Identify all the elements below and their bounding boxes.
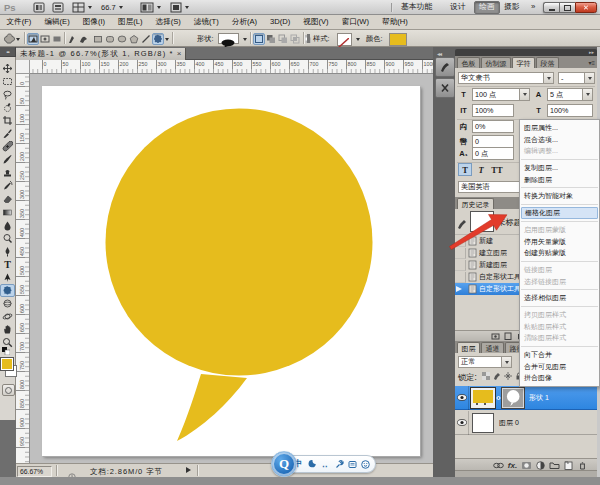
font-family-dropdown-icon[interactable] xyxy=(543,72,554,84)
new-layer-icon[interactable] xyxy=(562,460,575,471)
context-menu-item[interactable]: 栅格化图层 xyxy=(521,207,598,219)
panel-resize-strip[interactable] xyxy=(455,470,597,477)
shape-fill-thumbnail[interactable] xyxy=(471,388,495,408)
shape-preview-swatch[interactable] xyxy=(218,33,239,44)
no-style-swatch[interactable] xyxy=(337,33,352,46)
leading-field[interactable]: 5 点 xyxy=(547,88,583,101)
menu-item[interactable]: 图像(I) xyxy=(76,15,111,29)
freeform-pen-button[interactable] xyxy=(78,33,90,45)
foreground-color-swatch[interactable] xyxy=(1,358,13,370)
context-menu-item[interactable]: 向下合并 xyxy=(520,349,599,361)
shape-tool[interactable] xyxy=(0,284,15,297)
ime-logo[interactable]: Q xyxy=(271,451,297,477)
ime-punctuation-icon[interactable]: ‥ xyxy=(322,459,328,469)
ime-keyboard-icon[interactable] xyxy=(348,459,357,469)
context-menu-item[interactable]: 选择链接图层 xyxy=(520,276,599,288)
panel-menu-icon[interactable]: ▾≡ xyxy=(588,59,595,66)
status-zoom-field[interactable]: 66.67% xyxy=(17,466,52,477)
history-source-checkbox[interactable] xyxy=(455,284,466,295)
history-brush-source-icon[interactable] xyxy=(457,215,467,233)
context-menu-item[interactable]: 编辑调整... xyxy=(520,145,599,157)
link-layers-icon[interactable] xyxy=(492,460,505,471)
blend-mode-field[interactable]: 正常 xyxy=(458,356,502,368)
style-swatch-caret[interactable] xyxy=(356,38,360,41)
menu-item[interactable]: 编辑(E) xyxy=(38,15,76,29)
speech-bubble-shape[interactable] xyxy=(42,86,420,456)
restore-button[interactable] xyxy=(559,2,575,13)
context-menu-item[interactable]: 转换为智能对象 xyxy=(520,190,599,202)
document-tab[interactable]: 未标题-1 @ 66.7%(形状 1, RGB/8) * × xyxy=(16,48,186,60)
lock-position-icon[interactable] xyxy=(503,371,512,380)
ime-settings-icon[interactable] xyxy=(335,459,344,469)
context-menu-item[interactable]: 删除图层 xyxy=(520,174,599,186)
layer-row-background[interactable]: 图层 0 xyxy=(455,411,597,435)
menu-item[interactable]: 窗口(W) xyxy=(335,15,375,29)
lasso-tool[interactable] xyxy=(0,88,15,101)
new-document-from-state-icon[interactable] xyxy=(504,332,512,340)
lock-transparent-icon[interactable] xyxy=(481,371,490,380)
healing-brush-tool[interactable] xyxy=(0,140,15,153)
clone-stamp-tool[interactable] xyxy=(0,166,15,179)
new-snapshot-icon[interactable] xyxy=(491,332,500,340)
horizontal-scale-field[interactable]: 100% xyxy=(547,104,593,117)
paths-mode-button[interactable] xyxy=(39,33,51,45)
vertical-scale-field[interactable]: 100% xyxy=(472,104,514,117)
gradient-tool[interactable] xyxy=(0,206,15,219)
fill-pixels-mode-button[interactable] xyxy=(51,33,63,45)
layer-visibility-cell[interactable] xyxy=(455,411,469,435)
eyedropper-tool[interactable] xyxy=(0,127,15,140)
context-menu-item[interactable]: 停用矢量蒙版 xyxy=(520,236,599,248)
tab-layers[interactable]: 图层 xyxy=(457,342,480,353)
rounded-rectangle-tool-button[interactable] xyxy=(104,33,116,45)
ime-emoji-icon[interactable] xyxy=(361,459,370,469)
custom-shape-tool-button[interactable] xyxy=(152,33,164,45)
add-shape-area-op-button[interactable] xyxy=(265,33,277,45)
font-style-field[interactable]: - xyxy=(558,72,585,84)
faux-bold-button[interactable]: T xyxy=(458,163,472,176)
history-source-checkbox[interactable] xyxy=(455,272,466,283)
font-size-field[interactable]: 100 点 xyxy=(472,88,520,101)
document-tab-close-icon[interactable]: × xyxy=(177,50,182,58)
language-field[interactable]: 美国英语 xyxy=(458,181,520,193)
workspace-essentials[interactable]: 基本功能 xyxy=(397,1,436,13)
font-family-field[interactable]: 华文隶书 xyxy=(458,72,544,84)
tool-preset-icon[interactable] xyxy=(3,33,15,45)
context-menu-item[interactable]: 拼合图像 xyxy=(520,372,599,384)
layer-style-icon[interactable]: fx. xyxy=(506,460,519,471)
3d-rotate-tool[interactable] xyxy=(0,297,15,310)
context-menu-item[interactable]: 创建剪贴蒙版 xyxy=(520,247,599,259)
ime-fullwidth-icon[interactable] xyxy=(308,459,316,469)
adjustment-layer-icon[interactable] xyxy=(534,460,547,471)
proportional-spacing-field[interactable]: 0% xyxy=(472,120,514,133)
menu-item[interactable]: 图层(L) xyxy=(112,15,149,29)
workspace-design[interactable]: 设计 xyxy=(446,1,470,13)
menu-item[interactable]: 分析(A) xyxy=(225,15,263,29)
view-extras-icon[interactable] xyxy=(72,2,92,13)
marquee-tool[interactable] xyxy=(0,75,15,88)
panel-group-header[interactable]: ▸▸ xyxy=(455,49,597,56)
context-menu-item[interactable]: 混合选项... xyxy=(520,134,599,146)
mini-bridge-icon[interactable] xyxy=(52,2,64,13)
arrange-documents-icon[interactable] xyxy=(140,2,161,13)
blend-mode-dropdown-icon[interactable] xyxy=(501,356,512,368)
close-button[interactable]: ✕ xyxy=(575,2,597,13)
workspace-painting[interactable]: 绘画 xyxy=(474,1,500,14)
delete-layer-icon[interactable] xyxy=(576,460,589,471)
layer-thumbnail[interactable] xyxy=(472,413,494,433)
context-menu-item[interactable]: 启用图层蒙版 xyxy=(520,224,599,236)
menu-item[interactable]: 滤镜(T) xyxy=(187,15,225,29)
hand-tool[interactable] xyxy=(0,323,15,336)
subtract-shape-area-op-button[interactable] xyxy=(277,33,289,45)
eraser-tool[interactable] xyxy=(0,192,15,205)
ellipse-tool-button[interactable] xyxy=(116,33,128,45)
history-source-checkbox[interactable] xyxy=(455,260,466,271)
polygon-tool-button[interactable] xyxy=(128,33,140,45)
pen-tool-button[interactable] xyxy=(66,33,78,45)
tool-preset-caret[interactable] xyxy=(16,38,20,41)
type-tool[interactable]: T xyxy=(0,258,15,271)
minimize-button[interactable] xyxy=(543,2,559,13)
history-source-checkbox[interactable] xyxy=(455,236,466,247)
menu-item[interactable]: 3D(D) xyxy=(264,15,297,29)
context-menu-item[interactable]: 合并可见图层 xyxy=(520,361,599,373)
context-menu-item[interactable]: 选择相似图层 xyxy=(520,292,599,304)
